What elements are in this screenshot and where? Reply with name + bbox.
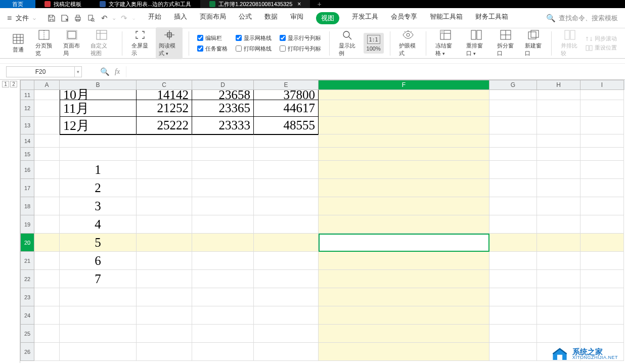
tab-home[interactable]: 首页 (0, 0, 35, 8)
doc-icon (100, 1, 106, 7)
view-normal-button[interactable]: 普通 (8, 31, 28, 56)
col-header-A[interactable]: A (34, 80, 60, 90)
doc-icon (44, 1, 51, 7)
file-bar: ≡ 文件 ⌵ ↶ ⌵ ↷ ⌵ 开始 插入 页面布局 公式 数据 审阅 视图 开发… (0, 8, 625, 28)
side-by-side-button: 并排比较 (558, 27, 582, 59)
grid[interactable]: A B C D E F G H I 1110月141422365837800 1… (20, 80, 625, 363)
zoom-formula-icon[interactable]: 🔍 (100, 67, 110, 76)
svg-rect-16 (477, 30, 481, 39)
redo-icon[interactable]: ↷ (119, 14, 128, 23)
table-row: 161 (20, 161, 625, 179)
tab-home-label: 首页 (12, 1, 23, 8)
chk-print-headings[interactable]: 打印行号列标 (280, 45, 321, 53)
sync-scroll-label: 同步滚动 (595, 35, 617, 42)
view-checkboxes-1: 编辑栏 任务窗格 (195, 33, 230, 54)
outline-column: 1 2 (0, 80, 20, 363)
table-row: 1312月252222333348555 (20, 117, 625, 134)
col-header-F[interactable]: F (319, 80, 489, 90)
zoom-100-button[interactable]: 1:1100% (364, 33, 384, 54)
menu-smart-toolbox[interactable]: 智能工具箱 (430, 12, 463, 24)
fullscreen-button[interactable]: 全屏显示 (128, 27, 152, 59)
outline-level-2[interactable]: 2 (10, 81, 17, 87)
fx-label[interactable]: fx (115, 68, 120, 76)
view-page-layout-button[interactable]: 页面布局 (60, 27, 84, 59)
table-row: 26 (20, 343, 625, 361)
chk-show-gridlines[interactable]: 显示网格线 (236, 34, 272, 42)
zoom-button[interactable]: 显示比例 (336, 27, 360, 59)
menu-start[interactable]: 开始 (148, 12, 161, 24)
col-header-H[interactable]: H (537, 80, 581, 90)
chk-show-headings[interactable]: 显示行号列标 (280, 34, 321, 42)
tab-workbook[interactable]: 工作簿1.20220810081435325× (200, 0, 310, 8)
svg-rect-5 (13, 34, 23, 43)
table-row: 15 (20, 148, 625, 161)
view-custom-button[interactable]: 自定义视图 (87, 27, 115, 59)
svg-rect-19 (531, 30, 539, 37)
svg-rect-20 (565, 30, 569, 39)
print-icon[interactable] (73, 14, 82, 23)
name-box-dropdown[interactable]: ▾ (74, 67, 81, 77)
watermark: 系统之家 XITONGZHIJIA.NET (551, 347, 618, 361)
svg-rect-18 (528, 32, 536, 39)
save-icon[interactable] (47, 14, 56, 23)
hamburger-icon[interactable]: ≡ (7, 14, 12, 23)
new-window-button[interactable]: 新建窗口 (522, 27, 546, 59)
menu-member[interactable]: 会员专享 (391, 12, 417, 24)
svg-rect-7 (68, 31, 76, 38)
svg-rect-23 (590, 46, 592, 51)
eye-protect-button[interactable]: 护眼模式 (396, 27, 420, 59)
table-row: 172 (20, 179, 625, 197)
split-window-button[interactable]: 拆分窗口 (494, 27, 518, 59)
column-headers: A B C D E F G H I (20, 80, 625, 90)
house-icon (551, 347, 568, 361)
arrange-windows-button[interactable]: 重排窗口 ▾ (463, 27, 490, 59)
watermark-title: 系统之家 (572, 348, 618, 355)
menu-review[interactable]: 审阅 (290, 12, 303, 24)
menu-finance-toolbox[interactable]: 财务工具箱 (475, 12, 508, 24)
select-all-corner[interactable] (20, 80, 34, 90)
svg-rect-15 (471, 30, 476, 39)
col-header-G[interactable]: G (489, 80, 537, 90)
close-icon[interactable]: × (297, 1, 301, 8)
tab-word-doc[interactable]: 文字建入奥用表...边的方式和工具 (91, 0, 200, 8)
menu-insert[interactable]: 插入 (174, 12, 187, 24)
new-tab-button[interactable]: + (310, 0, 328, 8)
svg-point-12 (407, 33, 410, 36)
chk-task-pane[interactable]: 任务窗格 (197, 45, 228, 53)
svg-rect-9 (97, 30, 107, 39)
chevron-down-icon[interactable]: ⌵ (113, 16, 115, 21)
table-row: 227 (20, 270, 625, 288)
save-as-icon[interactable] (60, 14, 69, 23)
chk-formula-bar[interactable]: 编辑栏 (197, 34, 228, 42)
chevron-down-icon: ⌵ (132, 16, 135, 21)
view-page-preview-button[interactable]: 分页预览 (32, 27, 56, 59)
table-row: 205 (20, 234, 625, 252)
table-row: 14 (20, 134, 625, 148)
chk-print-gridlines[interactable]: 打印网格线 (236, 45, 272, 53)
menu-data[interactable]: 数据 (264, 12, 278, 24)
freeze-panes-button[interactable]: 冻结窗格 ▾ (432, 27, 459, 59)
menu-view[interactable]: 视图 (316, 12, 339, 24)
col-header-I[interactable]: I (581, 80, 624, 90)
table-row: 24 (20, 306, 625, 325)
view-checkboxes-2: 显示网格线 打印网格线 (234, 33, 274, 54)
menu-page-layout[interactable]: 页面布局 (200, 12, 226, 24)
file-menu[interactable]: 文件 (16, 14, 29, 23)
cell-reference: F20 (7, 68, 74, 75)
formula-bar: F20 ▾ 🔍 fx (0, 64, 625, 80)
tab-templates[interactable]: 找稿定模板 (35, 0, 91, 8)
command-search[interactable]: 🔍 查找命令、搜索模板 (546, 14, 618, 23)
formula-input[interactable] (126, 66, 625, 77)
menu-formula[interactable]: 公式 (239, 12, 252, 24)
outline-level-1[interactable]: 1 (2, 81, 9, 87)
sync-reset-group: 同步滚动 重设位置 (586, 34, 617, 53)
undo-icon[interactable]: ↶ (100, 14, 109, 23)
name-box[interactable]: F20 ▾ (6, 66, 82, 77)
search-icon: 🔍 (546, 14, 556, 23)
reading-mode-button[interactable]: 阅读模式 ▾ (156, 27, 183, 59)
svg-rect-3 (88, 15, 93, 20)
svg-rect-1 (76, 15, 79, 17)
menu-dev-tools[interactable]: 开发工具 (352, 12, 378, 24)
print-preview-icon[interactable] (86, 14, 96, 23)
table-row: 1211月212522336544617 (20, 100, 625, 117)
